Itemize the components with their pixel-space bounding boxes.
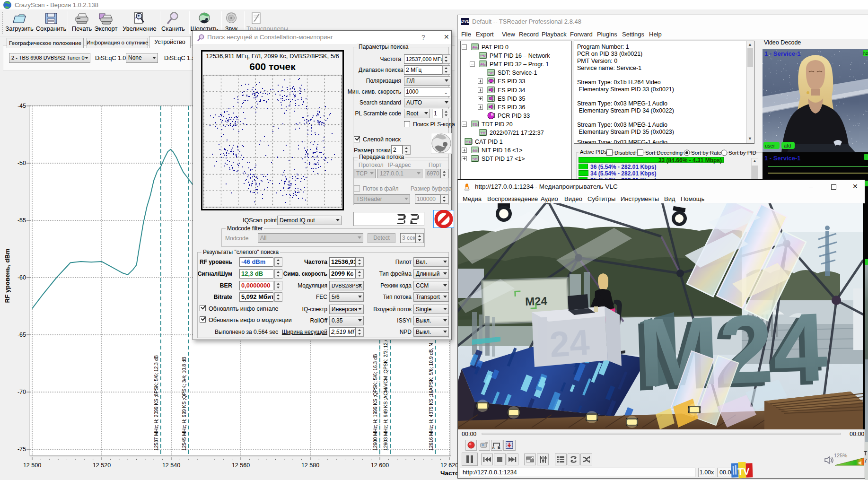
svg-text:12545 MHz; H; 999 KS ;QPSK; 3/: 12545 MHz; H; 999 KS ;QPSK; 3/4; 10.8 dB	[182, 357, 187, 451]
svg-text:12 580: 12 580	[301, 462, 319, 469]
svg-text:-65: -65	[18, 332, 26, 338]
svg-text:TV: TV	[737, 466, 750, 477]
svg-text:12616 MHz; H; 4379 KS ;16APSK;: 12616 MHz; H; 4379 KS ;16APSK; 5/6; 10.9…	[429, 343, 434, 451]
svg-text:Частота: Частота	[440, 470, 457, 477]
svg-text:PA: PA	[473, 45, 478, 50]
svg-text:CA: CA	[465, 140, 471, 144]
svg-text:SD: SD	[472, 157, 477, 161]
svg-text:NI: NI	[473, 148, 477, 153]
svg-text:PN: PN	[480, 62, 485, 67]
svg-text:M24: M24	[637, 292, 829, 407]
svg-text:-55: -55	[18, 217, 26, 224]
svg-text:afd: afd	[784, 143, 791, 148]
svg-text:12537 MHz; H; 2099 KS ;8PSK; 5: 12537 MHz; H; 2099 KS ;8PSK; 5/6; 12.3 d…	[154, 355, 159, 451]
svg-text:-75: -75	[18, 446, 26, 453]
svg-text:SD: SD	[488, 71, 493, 75]
svg-text:12600 MHz; H; 1999 KS ;QPSK; 5: 12600 MHz; H; 1999 KS ;QPSK; 5/6; 16.3 d…	[373, 354, 378, 451]
svg-text:12 560: 12 560	[232, 462, 250, 469]
svg-text:h2: h2	[863, 51, 868, 56]
svg-text:12 540: 12 540	[162, 462, 180, 469]
svg-text:12 620: 12 620	[440, 462, 457, 469]
svg-text:1 - Service-1: 1 - Service-1	[764, 155, 801, 162]
svg-text:A: A	[492, 445, 495, 450]
svg-text:B: B	[498, 445, 500, 450]
svg-text:12 600: 12 600	[371, 462, 389, 469]
svg-text:TD: TD	[473, 122, 478, 127]
svg-text:TD: TD	[481, 131, 486, 135]
svg-text:PN: PN	[480, 54, 485, 58]
svg-text:-45: -45	[18, 103, 26, 109]
svg-text:RF уровень, dBm: RF уровень, dBm	[4, 248, 11, 303]
svg-text:12 500: 12 500	[23, 462, 41, 469]
svg-text:-70: -70	[18, 389, 26, 395]
svg-text:-60: -60	[18, 274, 26, 281]
svg-text:-50: -50	[18, 160, 26, 166]
svg-text:24: 24	[548, 322, 591, 365]
svg-text:12 520: 12 520	[93, 462, 111, 469]
svg-text:12603 MHz; H; 949 KS ;ACM/VCM: 12603 MHz; H; 949 KS ;ACM/VCM ;QPSK; 2/3…	[383, 331, 388, 451]
svg-text:1 - Service-1: 1 - Service-1	[764, 50, 801, 57]
svg-text:user: user	[765, 143, 775, 148]
